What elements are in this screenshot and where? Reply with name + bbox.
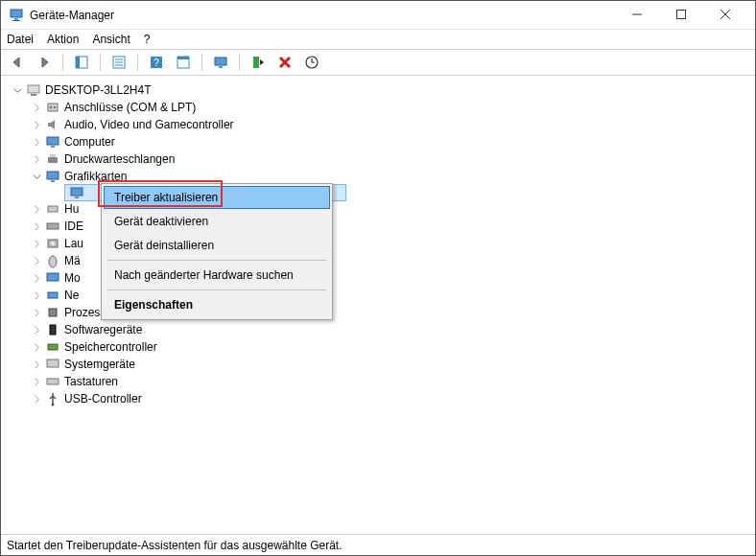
svg-point-27 [54, 106, 56, 108]
chevron-right-icon[interactable] [30, 135, 43, 149]
chevron-right-icon[interactable] [30, 306, 43, 319]
update-driver-button[interactable] [301, 52, 322, 73]
svg-rect-42 [48, 292, 58, 298]
chevron-right-icon[interactable] [30, 358, 43, 371]
window-title: Geräte-Manager [30, 9, 615, 22]
tree-item[interactable]: Speichercontroller [7, 338, 755, 356]
enable-button[interactable] [248, 52, 269, 73]
scan-hardware-button[interactable] [210, 52, 231, 73]
tree-item[interactable]: Druckwarteschlangen [7, 151, 755, 168]
back-button[interactable] [7, 52, 28, 73]
toolbar-separator [239, 54, 240, 71]
chevron-down-icon[interactable] [30, 170, 43, 183]
menu-view[interactable]: Ansicht [92, 33, 130, 46]
svg-rect-1 [14, 18, 18, 20]
storage-controller-icon [45, 339, 60, 355]
chevron-right-icon[interactable] [30, 237, 43, 250]
tree-root[interactable]: DESKTOP-3LL2H4T [7, 81, 755, 99]
tree-item[interactable]: Anschlüsse (COM & LPT) [7, 99, 755, 116]
svg-point-26 [50, 106, 52, 108]
chevron-right-icon[interactable] [30, 202, 43, 216]
statusbar-text: Startet den Treiberupdate-Assistenten fü… [7, 539, 343, 552]
tree-item[interactable]: Tastaturen [7, 373, 755, 390]
uninstall-button[interactable] [274, 52, 295, 73]
ide-icon [45, 219, 60, 234]
action-button[interactable] [173, 52, 194, 73]
svg-rect-2 [12, 20, 20, 21]
chevron-right-icon[interactable] [30, 118, 43, 131]
chevron-right-icon[interactable] [30, 254, 43, 267]
forward-button[interactable] [34, 52, 55, 73]
svg-point-39 [51, 242, 55, 245]
chevron-right-icon[interactable] [30, 392, 43, 405]
chevron-right-icon[interactable] [30, 271, 43, 285]
help-button[interactable]: ? [146, 52, 167, 73]
chevron-right-icon[interactable] [30, 101, 43, 114]
tree-node-label: Druckwarteschlangen [64, 151, 175, 168]
svg-rect-37 [47, 223, 59, 229]
device-tree[interactable]: DESKTOP-3LL2H4T Anschlüsse (COM & LPT) A… [1, 76, 755, 534]
toolbar-separator [201, 54, 202, 71]
svg-rect-8 [76, 57, 80, 68]
toolbar-separator [100, 54, 101, 71]
chevron-down-icon[interactable] [11, 83, 24, 97]
tree-item[interactable]: USB-Controller [7, 390, 755, 407]
mouse-icon [45, 253, 60, 268]
tree-node-label: Ne [64, 287, 79, 304]
tree-node-label: USB-Controller [64, 390, 142, 407]
svg-rect-23 [28, 85, 39, 93]
context-scan-hardware[interactable]: Nach geänderter Hardware suchen [105, 264, 329, 287]
svg-rect-36 [48, 206, 58, 212]
computer-icon [26, 82, 41, 98]
tree-node-label: Systemgeräte [64, 356, 135, 373]
audio-icon [45, 117, 60, 132]
chevron-right-icon[interactable] [30, 340, 43, 354]
tree-item[interactable]: Audio, Video und Gamecontroller [7, 116, 755, 133]
maximize-button[interactable] [659, 0, 703, 29]
network-icon [45, 288, 60, 303]
context-item-label: Eigenschaften [114, 298, 193, 312]
disk-icon [45, 236, 60, 251]
svg-rect-25 [48, 104, 58, 111]
context-item-label: Treiber aktualisieren [114, 191, 218, 204]
minimize-button[interactable] [615, 0, 659, 29]
tree-node-label: IDE [64, 218, 83, 235]
chevron-right-icon[interactable] [30, 289, 43, 302]
context-separator [107, 290, 326, 290]
context-menu: Treiber aktualisieren Gerät deaktivieren… [101, 183, 333, 320]
svg-rect-43 [49, 309, 57, 316]
computer-icon [45, 134, 60, 150]
tree-item[interactable]: Systemgeräte [7, 356, 755, 373]
properties-button[interactable] [108, 52, 130, 73]
chevron-right-icon[interactable] [30, 152, 43, 166]
display-adapter-icon [69, 185, 84, 200]
chevron-right-icon[interactable] [30, 220, 43, 233]
context-uninstall-device[interactable]: Gerät deinstallieren [105, 234, 329, 257]
svg-rect-16 [177, 57, 189, 59]
svg-rect-29 [51, 146, 55, 148]
toolbar-separator [62, 54, 63, 71]
svg-rect-34 [71, 188, 83, 196]
chevron-right-icon[interactable] [30, 375, 43, 388]
tree-node-label: Anschlüsse (COM & LPT) [64, 99, 196, 116]
statusbar: Startet den Treiberupdate-Assistenten fü… [1, 534, 755, 555]
tree-item[interactable]: Computer [7, 133, 755, 151]
svg-rect-17 [215, 58, 226, 65]
titlebar: Geräte-Manager [1, 1, 755, 30]
device-manager-window: Geräte-Manager Datei Aktion Ansicht ? ? [0, 0, 756, 556]
context-disable-device[interactable]: Gerät deaktivieren [105, 210, 329, 233]
svg-point-48 [52, 404, 55, 406]
menu-action[interactable]: Aktion [47, 33, 79, 46]
context-item-label: Gerät deaktivieren [114, 215, 208, 228]
tree-node-label: Mo [64, 269, 81, 287]
tree-item[interactable]: Softwaregeräte [7, 321, 755, 338]
chevron-right-icon[interactable] [30, 323, 43, 336]
menu-file[interactable]: Datei [7, 33, 34, 46]
show-hide-tree-button[interactable] [71, 52, 92, 73]
close-button[interactable] [703, 0, 747, 29]
context-properties[interactable]: Eigenschaften [105, 293, 329, 316]
menu-help[interactable]: ? [144, 33, 151, 46]
tree-node-label: DESKTOP-3LL2H4T [45, 81, 152, 99]
context-update-driver[interactable]: Treiber aktualisieren [104, 186, 330, 209]
svg-rect-46 [47, 359, 59, 367]
